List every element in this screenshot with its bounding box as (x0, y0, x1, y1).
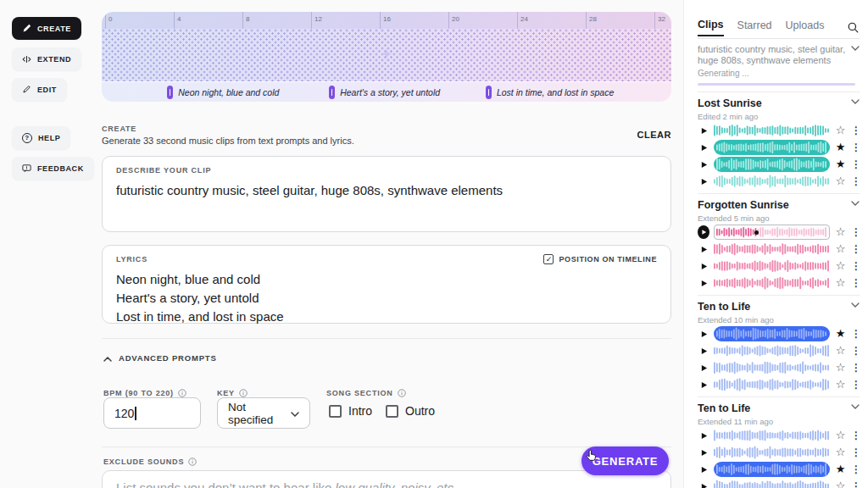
feedback-button[interactable]: FEEDBACK (12, 157, 94, 180)
play-button[interactable] (698, 483, 709, 488)
position-on-timeline-checkbox[interactable]: ✓ POSITION ON TIMELINE (543, 254, 657, 264)
clip-group-header[interactable]: Lost SunriseEdited 2 min ago (698, 97, 860, 121)
more-options-button[interactable]: ⋮ (851, 480, 860, 488)
lyric-marker[interactable]: Neon night, blue and cold (167, 86, 279, 99)
search-icon[interactable] (847, 21, 860, 34)
tab-starred[interactable]: Starred (737, 19, 772, 36)
exclude-sounds-input[interactable]: List sounds you don’t want to hear like … (102, 470, 671, 488)
clip-row[interactable]: ☆⋮ (698, 445, 860, 460)
outro-checkbox[interactable]: Outro (386, 404, 435, 418)
more-options-button[interactable]: ⋮ (851, 141, 860, 153)
play-button[interactable] (698, 432, 709, 440)
clip-group-header[interactable]: Ten to LifeExtended 10 min ago (698, 301, 860, 324)
lyric-marker-pill-icon[interactable] (329, 86, 335, 99)
more-options-button[interactable]: ⋮ (851, 446, 860, 458)
waveform[interactable] (714, 479, 830, 488)
chevron-down-icon[interactable] (851, 404, 860, 409)
star-button[interactable]: ☆ (834, 174, 847, 189)
more-options-button[interactable]: ⋮ (851, 175, 860, 187)
star-button[interactable]: ★ (834, 157, 847, 172)
star-button[interactable]: ☆ (834, 428, 847, 443)
clip-row[interactable]: ☆⋮ (698, 377, 860, 392)
info-icon[interactable] (188, 454, 197, 469)
clip-row[interactable]: ☆⋮ (698, 360, 860, 375)
star-button[interactable]: ★ (834, 326, 847, 341)
more-options-button[interactable]: ⋮ (851, 345, 860, 357)
play-button[interactable] (698, 127, 709, 135)
clip-row[interactable]: ☆⋮ (698, 241, 860, 257)
star-button[interactable]: ☆ (834, 241, 847, 257)
clear-button[interactable]: CLEAR (637, 130, 671, 140)
more-options-button[interactable]: ⋮ (851, 430, 860, 441)
play-button[interactable] (698, 449, 709, 457)
waveform[interactable] (714, 428, 830, 443)
play-button[interactable] (698, 330, 709, 338)
more-options-button[interactable]: ⋮ (851, 226, 860, 238)
star-button[interactable]: ★ (834, 462, 847, 477)
create-nav-button[interactable]: CREATE (12, 17, 81, 40)
more-options-button[interactable]: ⋮ (851, 125, 860, 136)
chevron-down-icon[interactable] (851, 46, 860, 51)
play-button[interactable] (698, 347, 709, 355)
play-button[interactable] (698, 381, 709, 389)
playhead[interactable] (754, 230, 759, 235)
timeline-panel[interactable]: 048121620242832 Neon night, blue and col… (102, 12, 671, 102)
describe-clip-input[interactable]: DESCRIBE YOUR CLIP futuristic country mu… (102, 156, 671, 232)
more-options-button[interactable]: ⋮ (851, 158, 860, 170)
pause-button[interactable] (698, 225, 709, 239)
lyric-marker-pill-icon[interactable] (486, 86, 492, 99)
more-options-button[interactable]: ⋮ (851, 379, 860, 391)
waveform-selected[interactable] (714, 140, 830, 155)
advanced-prompts-toggle[interactable]: ADVANCED PROMPTS (103, 350, 217, 365)
generate-button[interactable]: GENERATE (581, 446, 669, 475)
clip-row[interactable]: ☆⋮ (698, 275, 860, 291)
waveform[interactable] (714, 343, 830, 358)
waveform[interactable] (714, 258, 830, 274)
info-icon[interactable] (398, 385, 406, 401)
waveform[interactable] (714, 445, 830, 460)
clip-row[interactable]: ☆⋮ (698, 479, 860, 488)
waveform[interactable] (714, 123, 830, 138)
chevron-down-icon[interactable] (851, 99, 860, 104)
lyrics-input[interactable]: LYRICS ✓ POSITION ON TIMELINE Neon night… (102, 245, 671, 324)
play-button[interactable] (698, 263, 709, 270)
star-button[interactable]: ☆ (834, 360, 847, 375)
waveform[interactable] (714, 174, 830, 189)
play-button[interactable] (698, 466, 709, 474)
play-button[interactable] (698, 364, 709, 372)
timeline-ruler[interactable]: 048121620242832 (102, 12, 671, 29)
clip-group-header[interactable]: Forgotten SunriseExtended 5 min ago (698, 199, 860, 223)
chevron-down-icon[interactable] (851, 201, 860, 206)
waveform[interactable] (714, 275, 830, 291)
chevron-down-icon[interactable] (851, 302, 860, 308)
clip-row[interactable]: ☆⋮ (698, 428, 860, 443)
clip-row[interactable]: ★⋮ (698, 157, 860, 172)
clip-row[interactable]: ★⋮ (698, 326, 860, 341)
clip-row[interactable]: ☆⋮ (698, 343, 860, 358)
more-options-button[interactable]: ⋮ (851, 243, 860, 255)
play-button[interactable] (698, 246, 709, 253)
more-options-button[interactable]: ⋮ (851, 362, 860, 374)
lyric-marker-pill-icon[interactable] (167, 86, 173, 99)
lyric-marker[interactable]: Lost in time, and lost in space (486, 86, 614, 99)
extend-nav-button[interactable]: EXTEND (12, 47, 81, 70)
bpm-input[interactable]: 120 (103, 397, 201, 429)
clip-row[interactable]: ★⋮ (698, 140, 860, 155)
tab-uploads[interactable]: Uploads (786, 19, 825, 36)
intro-checkbox[interactable]: Intro (329, 404, 372, 418)
waveform-selected[interactable] (714, 462, 830, 477)
lyric-marker[interactable]: Heart's a story, yet untold (329, 86, 440, 99)
play-button[interactable] (698, 144, 709, 152)
tab-clips[interactable]: Clips (698, 19, 724, 36)
star-button[interactable]: ☆ (834, 343, 847, 358)
star-button[interactable]: ☆ (834, 225, 847, 240)
waveform-selected[interactable] (714, 157, 830, 172)
clip-row[interactable]: ☆⋮ (698, 174, 860, 189)
clip-row[interactable]: ☆⋮ (698, 123, 860, 138)
more-options-button[interactable]: ⋮ (851, 328, 860, 340)
clip-group-header[interactable]: futuristic country music, steel guitar, … (698, 44, 860, 87)
star-button[interactable]: ☆ (834, 275, 847, 291)
star-button[interactable]: ☆ (834, 258, 847, 274)
clip-group-header[interactable]: Ten to LifeExtended 11 min ago (698, 402, 860, 426)
waveform-playing[interactable] (714, 225, 830, 240)
